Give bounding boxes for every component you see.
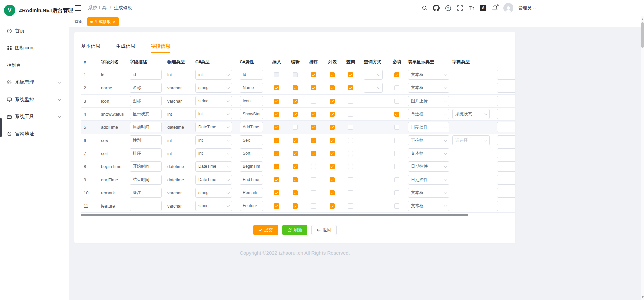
csharp-property-input[interactable]	[240, 148, 263, 158]
csharp-type-select[interactable]: string	[195, 96, 232, 106]
list-checkbox[interactable]	[330, 177, 335, 182]
sidebar-item-icons[interactable]: 图标icon	[0, 39, 69, 57]
query-checkbox[interactable]	[348, 99, 353, 104]
edit-checkbox[interactable]	[293, 138, 298, 143]
query-checkbox[interactable]	[348, 164, 353, 169]
csharp-type-select[interactable]: DateTime	[195, 161, 232, 172]
field-description-input[interactable]	[130, 161, 162, 172]
csharp-property-input[interactable]	[240, 122, 263, 132]
vertical-scrollbar-thumb[interactable]	[641, 22, 644, 48]
breadcrumb-parent[interactable]: 系统工具	[88, 5, 107, 11]
extra-input[interactable]	[497, 70, 515, 80]
csharp-type-select[interactable]: DateTime	[195, 175, 232, 185]
required-checkbox[interactable]	[394, 125, 399, 130]
sidebar-item-system-monitor[interactable]: 系统监控	[0, 91, 69, 108]
dict-type-select[interactable]: 系统状态	[452, 109, 490, 119]
form-display-type-select[interactable]: 单选框	[408, 109, 449, 119]
form-display-type-select[interactable]: 日期控件	[408, 175, 449, 185]
list-checkbox[interactable]	[330, 85, 335, 90]
sort-checkbox[interactable]	[311, 177, 316, 182]
language-icon[interactable]: A	[480, 5, 486, 11]
vertical-scrollbar[interactable]	[641, 16, 644, 300]
field-description-input[interactable]	[130, 96, 162, 106]
insert-checkbox[interactable]	[274, 177, 279, 182]
field-description-input[interactable]	[130, 201, 162, 211]
submit-button[interactable]: 提交	[253, 225, 278, 235]
csharp-property-input[interactable]	[240, 135, 263, 145]
query-checkbox[interactable]	[348, 125, 353, 130]
csharp-type-select[interactable]: DateTime	[195, 122, 232, 132]
tag-active[interactable]: 生成修改 ×	[87, 17, 119, 26]
field-description-input[interactable]	[130, 109, 162, 119]
edit-checkbox[interactable]	[293, 177, 298, 182]
form-display-type-select[interactable]: 文本框	[408, 148, 449, 158]
required-checkbox[interactable]	[394, 99, 399, 104]
query-mode-select[interactable]: =	[364, 83, 383, 93]
scroll-up-arrow[interactable]	[641, 17, 644, 22]
field-description-input[interactable]	[130, 175, 162, 185]
required-checkbox[interactable]	[394, 190, 399, 195]
list-checkbox[interactable]	[330, 164, 335, 169]
insert-checkbox[interactable]	[274, 112, 279, 117]
extra-input[interactable]	[497, 188, 515, 198]
list-checkbox[interactable]	[330, 203, 335, 209]
insert-checkbox[interactable]	[274, 72, 279, 77]
query-checkbox[interactable]	[348, 151, 353, 156]
extra-input[interactable]	[497, 135, 515, 145]
csharp-type-select[interactable]: string	[195, 188, 232, 198]
edit-checkbox[interactable]	[293, 72, 298, 77]
list-checkbox[interactable]	[330, 125, 335, 130]
edit-checkbox[interactable]	[293, 85, 298, 90]
sort-checkbox[interactable]	[311, 72, 316, 77]
tab-gen-info[interactable]: 生成信息	[116, 40, 135, 53]
sort-checkbox[interactable]	[311, 125, 316, 130]
insert-checkbox[interactable]	[274, 190, 279, 195]
sort-checkbox[interactable]	[311, 190, 316, 195]
required-checkbox[interactable]	[394, 72, 399, 77]
csharp-property-input[interactable]	[240, 70, 263, 80]
insert-checkbox[interactable]	[274, 151, 279, 156]
form-display-type-select[interactable]: 文本框	[408, 188, 449, 198]
insert-checkbox[interactable]	[274, 85, 279, 90]
query-checkbox[interactable]	[348, 85, 353, 90]
help-icon[interactable]: ?	[445, 5, 452, 11]
required-checkbox[interactable]	[394, 85, 399, 90]
extra-input[interactable]	[497, 161, 515, 172]
required-checkbox[interactable]	[394, 112, 399, 117]
extra-input[interactable]	[497, 109, 515, 119]
sidebar-drag-handle[interactable]	[0, 118, 2, 137]
sort-checkbox[interactable]	[311, 203, 316, 209]
csharp-property-input[interactable]	[240, 188, 263, 198]
sort-checkbox[interactable]	[311, 99, 316, 104]
required-checkbox[interactable]	[394, 164, 399, 169]
csharp-type-select[interactable]: int	[195, 109, 232, 119]
extra-input[interactable]	[497, 201, 515, 211]
csharp-type-select[interactable]: int	[195, 135, 232, 145]
dict-type-select[interactable]: 请选择	[452, 135, 490, 145]
list-checkbox[interactable]	[330, 138, 335, 143]
list-checkbox[interactable]	[330, 151, 335, 156]
sort-checkbox[interactable]	[311, 112, 316, 117]
required-checkbox[interactable]	[394, 203, 399, 209]
csharp-property-input[interactable]	[240, 96, 263, 106]
csharp-property-input[interactable]	[240, 201, 263, 211]
edit-checkbox[interactable]	[293, 164, 298, 169]
csharp-type-select[interactable]: int	[195, 148, 232, 158]
insert-checkbox[interactable]	[274, 125, 279, 130]
sort-checkbox[interactable]	[311, 85, 316, 90]
extra-input[interactable]	[497, 122, 515, 132]
insert-checkbox[interactable]	[274, 164, 279, 169]
csharp-type-select[interactable]: string	[195, 201, 232, 211]
field-description-input[interactable]	[130, 122, 162, 132]
list-checkbox[interactable]	[330, 72, 335, 77]
query-mode-select[interactable]: =	[364, 70, 383, 80]
query-checkbox[interactable]	[348, 203, 353, 209]
edit-checkbox[interactable]	[293, 203, 298, 209]
field-description-input[interactable]	[130, 188, 162, 198]
app-logo-row[interactable]: V ZRAdmin.NET后台管理	[0, 0, 69, 20]
sort-checkbox[interactable]	[311, 151, 316, 156]
sidebar-item-system-tools[interactable]: 系统工具	[0, 108, 69, 125]
form-display-type-select[interactable]: 日期控件	[408, 161, 449, 172]
csharp-property-input[interactable]	[240, 161, 263, 172]
fullscreen-icon[interactable]	[457, 5, 463, 11]
